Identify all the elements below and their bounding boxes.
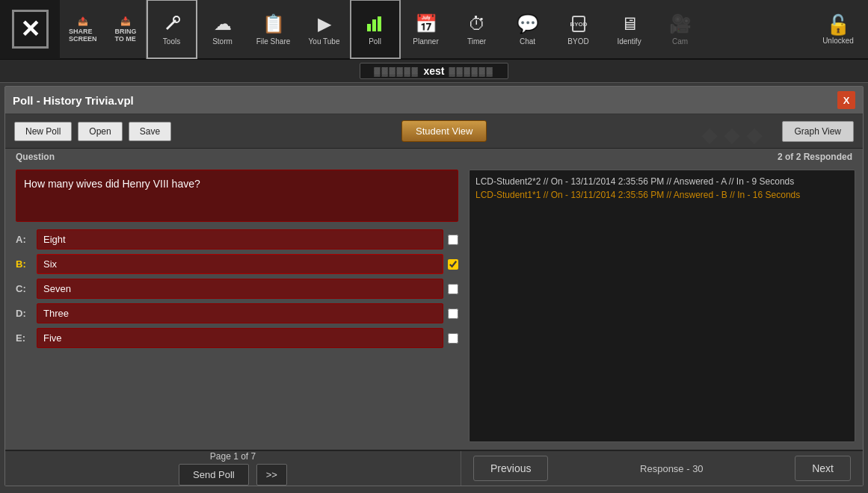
poll-left: How many wives did Henry VIII have? A: B… (5, 162, 469, 450)
page-info: Page 1 of 7 (210, 451, 256, 462)
answer-checkbox-c[interactable] (448, 284, 458, 294)
xest-suffix: ▓▓▓▓▓▓ (449, 66, 494, 75)
previous-button[interactable]: Previous (473, 456, 548, 481)
chat-label: Chat (520, 37, 535, 46)
bottom-bar: Page 1 of 7 Send Poll >> Previous Respon… (5, 450, 863, 486)
tools-icon (161, 13, 182, 34)
chat-icon: 💬 (517, 13, 539, 34)
new-poll-button[interactable]: New Poll (14, 122, 72, 141)
answer-input-d[interactable] (37, 303, 443, 323)
svg-rect-2 (372, 19, 376, 31)
tools-nav-item[interactable]: Tools (147, 0, 197, 59)
bottom-left-section: Page 1 of 7 Send Poll >> (5, 451, 461, 486)
response-item-1: LCD-Student2*2 // On - 13/11/2014 2:35:5… (475, 176, 849, 187)
student-view-button[interactable]: Student View (401, 120, 487, 142)
xest-prefix: ▓▓▓▓▓▓ (374, 66, 419, 75)
answer-row-b: B: (16, 254, 458, 274)
answer-label-b: B: (16, 258, 32, 270)
cam-icon: 🎥 (669, 13, 692, 34)
poll-panel: Poll - History Trivia.vpl X New Poll Ope… (4, 86, 864, 486)
next-arrow-button[interactable]: >> (256, 464, 287, 486)
answer-input-c[interactable] (37, 279, 443, 299)
cam-label: Cam (672, 37, 688, 46)
timer-icon: ⏱ (468, 13, 486, 34)
fileshare-icon: 📋 (262, 13, 285, 34)
open-button[interactable]: Open (78, 122, 122, 141)
svg-point-0 (173, 16, 179, 22)
share-screen-button[interactable]: 📤 SHARESCREEN (60, 0, 106, 59)
answer-label-a: A: (16, 234, 32, 245)
chat-nav-item[interactable]: 💬 Chat (502, 0, 553, 59)
graph-view-button[interactable]: Graph View (782, 121, 854, 142)
bottom-controls: Send Poll >> (179, 464, 287, 486)
bottom-right-section: Previous Response - 30 Next (461, 456, 863, 481)
poll-nav-item[interactable]: Poll (350, 0, 401, 59)
bring-to-me-icon: 📥 (120, 16, 131, 26)
answer-checkbox-a[interactable] (448, 235, 458, 245)
planner-icon: 📅 (415, 13, 437, 34)
svg-text:BYOD: BYOD (570, 21, 587, 28)
poll-icon (365, 13, 386, 34)
answer-input-a[interactable] (37, 229, 443, 249)
poll-right: LCD-Student2*2 // On - 13/11/2014 2:35:5… (469, 162, 863, 450)
byod-nav-item[interactable]: BYOD BYOD (553, 0, 604, 59)
answer-input-b[interactable] (37, 254, 443, 274)
responded-label: 2 of 2 Responded (778, 152, 852, 162)
answer-input-e[interactable] (37, 328, 443, 348)
timer-nav-item[interactable]: ⏱ Timer (452, 0, 502, 59)
bring-to-me-button[interactable]: 📥 BRINGTO ME (106, 0, 147, 59)
identify-label: Identify (617, 37, 641, 46)
answer-row-d: D: (16, 303, 458, 323)
xest-logo: xest (423, 65, 444, 77)
cam-nav-item[interactable]: 🎥 Cam (655, 0, 706, 59)
storm-nav-item[interactable]: ☁ Storm (197, 0, 248, 59)
question-text[interactable]: How many wives did Henry VIII have? (16, 170, 458, 222)
poll-content: How many wives did Henry VIII have? A: B… (5, 162, 863, 450)
unlock-button[interactable]: 🔓 Unlocked (808, 0, 868, 59)
lock-icon: 🔓 (826, 13, 850, 37)
answer-checkbox-e[interactable] (448, 333, 458, 344)
planner-label: Planner (413, 37, 438, 46)
tools-label: Tools (163, 37, 180, 46)
question-section-label: Question (16, 152, 55, 162)
youtube-nav-item[interactable]: ▶ You Tube (299, 0, 350, 59)
answer-label-e: E: (16, 332, 32, 344)
fileshare-label: File Share (256, 37, 291, 46)
youtube-label: You Tube (309, 37, 340, 46)
response-item-2: LCD-Student1*1 // On - 13/11/2014 2:35:5… (475, 190, 849, 200)
nav-icons: Tools ☁ Storm 📋 File Share ▶ You Tube Po… (147, 0, 808, 59)
svg-rect-1 (367, 24, 371, 31)
top-bar: ✕ 📤 SHARESCREEN 📥 BRINGTO ME Tools ☁ Sto… (0, 0, 868, 60)
answer-row-a: A: (16, 229, 458, 249)
response-count: Response - 30 (640, 463, 704, 474)
poll-header: Poll - History Trivia.vpl X (5, 87, 863, 114)
answer-label-c: C: (16, 283, 32, 294)
answer-row-c: C: (16, 279, 458, 299)
xest-branding: ▓▓▓▓▓▓ xest ▓▓▓▓▓▓ (360, 63, 508, 79)
answer-row-e: E: (16, 328, 458, 348)
poll-title: Poll - History Trivia.vpl (13, 94, 134, 107)
share-screen-icon: 📤 (78, 16, 88, 26)
response-list: LCD-Student2*2 // On - 13/11/2014 2:35:5… (469, 170, 855, 442)
svg-rect-3 (378, 16, 381, 31)
planner-nav-item[interactable]: 📅 Planner (401, 0, 452, 59)
logo-area: ✕ (0, 0, 60, 59)
byod-label: BYOD (567, 37, 588, 46)
unlock-label: Unlocked (822, 37, 854, 45)
timer-label: Timer (467, 37, 486, 46)
app-logo: ✕ (12, 10, 49, 49)
identify-nav-item[interactable]: 🖥 Identify (604, 0, 655, 59)
xest-bar: ▓▓▓▓▓▓ xest ▓▓▓▓▓▓ (0, 60, 868, 83)
next-button[interactable]: Next (795, 456, 851, 481)
fileshare-nav-item[interactable]: 📋 File Share (248, 0, 299, 59)
poll-label: Poll (369, 37, 381, 46)
identify-icon: 🖥 (621, 13, 638, 34)
share-screen-label: SHARESCREEN (69, 28, 97, 43)
save-button[interactable]: Save (129, 122, 171, 141)
answer-checkbox-d[interactable] (448, 308, 458, 319)
storm-icon: ☁ (214, 13, 232, 34)
answer-checkbox-b[interactable] (448, 259, 458, 270)
send-poll-button[interactable]: Send Poll (179, 464, 249, 486)
close-button[interactable]: X (837, 91, 855, 109)
storm-label: Storm (212, 37, 233, 46)
